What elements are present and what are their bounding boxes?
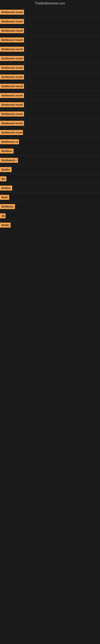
bottleneck-item-5[interactable]: Bottleneck result	[0, 45, 100, 54]
bottleneck-badge-9[interactable]: Bottleneck result	[0, 84, 24, 89]
bottleneck-badge-14[interactable]: Bottleneck result	[0, 130, 23, 135]
bottleneck-badge-7[interactable]: Bottleneck result	[0, 65, 24, 70]
bottleneck-badge-20[interactable]: Bottlen	[0, 186, 12, 190]
bottleneck-badge-12[interactable]: Bottleneck result	[0, 112, 24, 116]
bottleneck-badge-19[interactable]: Bo	[0, 176, 6, 181]
bottleneck-item-2[interactable]: Bottleneck result	[0, 17, 100, 26]
bottleneck-item-9[interactable]: Bottleneck result	[0, 82, 100, 91]
bottleneck-item-16[interactable]: Bottlene	[0, 146, 100, 156]
bottleneck-item-20[interactable]: Bottlen	[0, 184, 100, 193]
bottleneck-badge-2[interactable]: Bottleneck result	[0, 19, 24, 24]
bottleneck-badge-4[interactable]: Bottleneck result	[0, 38, 24, 42]
bottleneck-item-17[interactable]: Bottleneck r	[0, 156, 100, 165]
bottleneck-item-10[interactable]: Bottleneck result	[0, 91, 100, 100]
bottleneck-item-1[interactable]: Bottleneck result	[0, 8, 100, 17]
bottleneck-badge-5[interactable]: Bottleneck result	[0, 47, 24, 52]
bottleneck-badge-13[interactable]: Bottleneck result	[0, 121, 24, 126]
bottleneck-badge-17[interactable]: Bottleneck r	[0, 158, 18, 163]
bottleneck-badge-22[interactable]: Bottlenec	[0, 204, 15, 209]
bottleneck-badge-18[interactable]: Bottler	[0, 167, 12, 172]
bottleneck-item-22[interactable]: Bottlenec	[0, 202, 100, 211]
bottleneck-item-13[interactable]: Bottleneck result	[0, 119, 100, 128]
bottleneck-item-18[interactable]: Bottler	[0, 165, 100, 174]
bottleneck-item-11[interactable]: Bottleneck result	[0, 100, 100, 110]
bottleneck-item-6[interactable]: Bottleneck result	[0, 54, 100, 63]
bottleneck-item-12[interactable]: Bottleneck result	[0, 110, 100, 119]
site-title: TheBottlenecker.com	[0, 0, 100, 8]
bottleneck-item-24[interactable]: Bottle	[0, 220, 100, 230]
bottleneck-badge-3[interactable]: Bottleneck result	[0, 28, 24, 33]
bottleneck-badge-15[interactable]: Bottleneck re	[0, 139, 19, 144]
bottleneck-badge-1[interactable]: Bottleneck result	[0, 10, 24, 15]
bottleneck-item-4[interactable]: Bottleneck result	[0, 36, 100, 45]
bottleneck-badge-23[interactable]: Bo	[0, 213, 6, 218]
bottleneck-badge-8[interactable]: Bottleneck result	[0, 74, 24, 80]
bottleneck-item-14[interactable]: Bottleneck result	[0, 128, 100, 137]
bottleneck-item-23[interactable]: Bo	[0, 211, 100, 220]
bottleneck-item-19[interactable]: Bo	[0, 174, 100, 184]
bottleneck-item-8[interactable]: Bottleneck result	[0, 72, 100, 82]
bottleneck-item-21[interactable]: Bottl	[0, 193, 100, 202]
site-header: TheBottlenecker.com	[0, 0, 100, 8]
bottleneck-badge-11[interactable]: Bottleneck result	[0, 102, 24, 107]
bottleneck-item-3[interactable]: Bottleneck result	[0, 26, 100, 36]
bottleneck-badge-10[interactable]: Bottleneck result	[0, 93, 24, 98]
bottleneck-badge-6[interactable]: Bottleneck result	[0, 56, 24, 61]
bottleneck-badge-24[interactable]: Bottle	[0, 222, 11, 228]
bottleneck-item-15[interactable]: Bottleneck re	[0, 137, 100, 146]
items-list: Bottleneck resultBottleneck resultBottle…	[0, 8, 100, 230]
bottleneck-item-7[interactable]: Bottleneck result	[0, 63, 100, 72]
bottleneck-badge-16[interactable]: Bottlene	[0, 148, 14, 154]
bottleneck-badge-21[interactable]: Bottl	[0, 195, 9, 200]
